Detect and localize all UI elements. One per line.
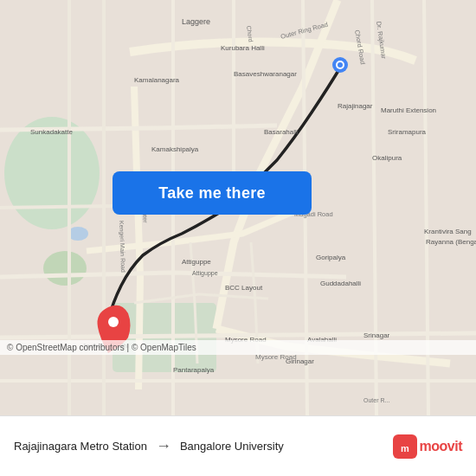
svg-text:Krantivira Sang: Krantivira Sang — [424, 228, 472, 235]
svg-text:Basaveshwaranagar: Basaveshwaranagar — [234, 70, 297, 78]
moovit-logo-icon: m — [393, 434, 417, 459]
svg-text:Rajajinagar: Rajajinagar — [338, 102, 373, 110]
svg-text:Attiguppe: Attiguppe — [182, 258, 211, 266]
svg-text:Girinagar: Girinagar — [286, 357, 314, 365]
svg-text:Sunkadakatte: Sunkadakatte — [30, 128, 73, 136]
svg-text:Kurubara Halli: Kurubara Halli — [221, 44, 265, 52]
take-me-there-button[interactable]: Take me there — [113, 171, 312, 215]
svg-text:Maruthi Extension: Maruthi Extension — [381, 106, 436, 114]
attribution-text: © OpenStreetMap contributors | © OpenMap… — [7, 343, 196, 352]
map-container: Laggere Kurubara Halli Kamalanagara Basa… — [0, 0, 476, 415]
origin-label: Rajajinagara Metro Station — [14, 440, 147, 453]
moovit-logo: m moovit — [393, 434, 462, 459]
svg-text:Pantarapalya: Pantarapalya — [173, 366, 215, 374]
svg-text:Attiguppe: Attiguppe — [192, 270, 218, 277]
svg-text:Okalipura: Okalipura — [372, 154, 402, 162]
moovit-logo-text: moovit — [420, 439, 462, 454]
svg-text:BCC Layout: BCC Layout — [225, 284, 263, 292]
svg-text:Basarahalli: Basarahalli — [264, 128, 299, 136]
svg-point-2 — [43, 251, 87, 286]
destination-label: Bangalore University — [180, 440, 284, 453]
svg-text:Srinagar: Srinagar — [363, 331, 390, 339]
svg-text:Goripalya: Goripalya — [316, 254, 346, 261]
svg-text:Laggere: Laggere — [182, 17, 210, 26]
svg-point-40 — [338, 62, 343, 68]
attribution-bar: © OpenStreetMap contributors | © OpenMap… — [0, 340, 476, 355]
svg-text:Guddadahalli: Guddadahalli — [320, 280, 361, 287]
svg-text:Kamalanagara: Kamalanagara — [134, 76, 180, 84]
svg-text:Outer R...: Outer R... — [363, 397, 389, 403]
svg-text:Sriramapura: Sriramapura — [388, 128, 427, 136]
bottom-bar: Rajajinagara Metro Station → Bangalore U… — [0, 415, 476, 476]
svg-point-41 — [108, 317, 119, 327]
svg-text:m: m — [401, 443, 409, 453]
svg-text:Kamakshipalya: Kamakshipalya — [151, 145, 199, 153]
svg-text:Rayanna (Benga: Rayanna (Benga — [426, 238, 476, 246]
arrow-icon: → — [156, 437, 171, 455]
